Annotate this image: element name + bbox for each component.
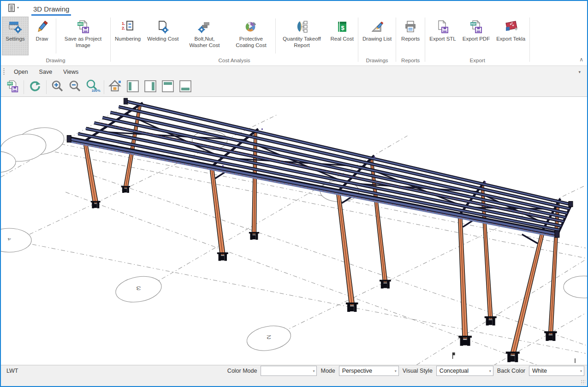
zoom-out-button[interactable]: [66, 79, 84, 95]
svg-text:$: $: [341, 24, 344, 31]
view-right-button[interactable]: [142, 79, 159, 95]
button-label: Quantity Takeoff Report: [279, 36, 324, 48]
visual-style-select[interactable]: Conceptual ▾: [436, 366, 493, 376]
tab-bar: ▾ 3D Drawing: [1, 1, 587, 16]
save-image-button[interactable]: IMG: [4, 79, 21, 95]
view-left-icon: [126, 79, 140, 95]
drawing-list-button[interactable]: Drawing List: [359, 17, 395, 55]
quantity-takeoff-report-button[interactable]: Quantity Takeoff Report: [276, 17, 327, 55]
button-label: Reports: [401, 36, 420, 42]
export-stl-button[interactable]: Export STL: [426, 17, 459, 55]
menu-save[interactable]: Save: [34, 67, 58, 77]
chevron-down-icon: ▾: [489, 369, 491, 373]
dollar-book-icon: $: [335, 18, 350, 35]
welding-gear-icon: [155, 18, 170, 35]
drawing-canvas[interactable]: 4 3 2 3: [1, 96, 587, 365]
refresh-icon: [29, 80, 42, 95]
zoom-in-button[interactable]: [49, 79, 66, 95]
chevron-down-icon: ▾: [580, 369, 582, 373]
view-toolbar: IMG 100%: [1, 78, 587, 96]
image-save-icon: IMG: [76, 18, 90, 35]
real-cost-button[interactable]: $ Real Cost: [327, 17, 357, 55]
app-menu-button[interactable]: ▾: [1, 2, 25, 16]
draw-button[interactable]: Draw: [29, 17, 55, 55]
printer-icon: [403, 18, 418, 35]
protective-coating-cost-button[interactable]: Protective Coating Cost: [227, 17, 275, 55]
color-mode-select[interactable]: ▾: [261, 366, 317, 376]
zoom-out-icon: [68, 79, 82, 95]
setsquare-pencil-icon: [370, 18, 385, 35]
status-bar-bottom: [1, 376, 587, 386]
button-label: Export Tekla: [496, 36, 525, 42]
ribbon-group-separator: [529, 18, 530, 62]
ribbon: Settings Draw IMG Save as Project Image …: [1, 16, 587, 66]
lwt-toggle[interactable]: LWT: [6, 368, 18, 374]
chevron-up-icon: ∧: [579, 56, 583, 63]
numbering-icon: 1.2.: [120, 18, 135, 35]
mode-select[interactable]: Perspective ▾: [339, 366, 399, 376]
structure-3d-view: 4 3 2 3: [1, 97, 587, 365]
group-label-cost-analysis: Cost Analysis: [112, 56, 357, 65]
bolt-nut-washer-cost-button[interactable]: Bolt,Nut, Washer Cost: [182, 17, 227, 55]
view-top-button[interactable]: [159, 79, 177, 95]
svg-text:IMG: IMG: [78, 23, 83, 25]
group-label-drawing: Drawing: [2, 56, 109, 65]
button-label: Drawing List: [362, 36, 392, 42]
group-label-export: Export: [426, 56, 529, 65]
roof-purlins: [70, 101, 571, 237]
pdf-save-icon: PDF: [469, 18, 483, 35]
app-window: ▾ 3D Drawing Settings Draw: [0, 0, 588, 387]
resize-grip[interactable]: [581, 380, 585, 384]
tab-label: 3D Drawing: [33, 5, 69, 13]
takeoff-tree-icon: [294, 18, 309, 35]
ribbon-separator: [275, 18, 276, 54]
home-view-button[interactable]: [107, 79, 124, 95]
reports-button[interactable]: Reports: [397, 17, 424, 55]
numbering-button[interactable]: 1.2. Numbering: [112, 17, 144, 55]
ribbon-separator: [56, 18, 56, 54]
toolbar-separator: [46, 80, 47, 94]
ribbon-group-drawings: Drawing List Drawings: [358, 16, 396, 65]
mode-value: Perspective: [342, 368, 372, 374]
pencil-icon: [35, 18, 49, 35]
refresh-button[interactable]: [26, 79, 44, 95]
tab-3d-drawing[interactable]: 3D Drawing: [31, 3, 71, 16]
toolbar-options-arrow[interactable]: ▾: [578, 70, 581, 74]
visual-style-label: Visual Style: [399, 368, 436, 374]
zoom-100-button[interactable]: 100%: [84, 79, 101, 95]
grid-label: 4: [7, 238, 11, 241]
welding-cost-button[interactable]: Welding Cost: [144, 17, 182, 55]
toolbar-grip-handle[interactable]: [3, 68, 5, 76]
export-pdf-button[interactable]: PDF Export PDF: [459, 17, 493, 55]
ribbon-group-drawing: Settings Draw IMG Save as Project Image …: [1, 16, 110, 65]
back-color-select[interactable]: White ▾: [529, 366, 584, 376]
group-label-drawings: Drawings: [359, 56, 395, 65]
svg-text:1.: 1.: [122, 21, 125, 26]
button-label: Welding Cost: [147, 36, 178, 42]
menu-views[interactable]: Views: [58, 67, 84, 77]
chevron-down-icon: ▾: [313, 369, 315, 373]
save-as-project-image-button[interactable]: IMG Save as Project Image: [57, 17, 109, 55]
group-label-reports: Reports: [397, 56, 424, 65]
ribbon-collapse-button[interactable]: ∧: [579, 56, 583, 63]
svg-text:IMG: IMG: [8, 82, 13, 85]
export-tekla-button[interactable]: Export Tekla: [493, 17, 529, 55]
ground-flag: [453, 352, 455, 355]
svg-text:2.: 2.: [122, 26, 125, 30]
image-save-icon: IMG: [6, 79, 19, 95]
toolbar-separator: [104, 80, 104, 94]
menubar: Open Save Views ▾: [1, 66, 587, 78]
view-right-icon: [143, 79, 157, 95]
status-bar: LWT Color Mode ▾ Mode Perspective ▾ Visu…: [1, 365, 587, 376]
color-mode-label: Color Mode: [224, 368, 261, 374]
ribbon-group-cost-analysis: 1.2. Numbering Welding Cost Bolt,Nut, Wa…: [111, 16, 358, 65]
toolbar-separator: [24, 80, 24, 94]
settings-button[interactable]: Settings: [2, 17, 29, 55]
button-label: Export PDF: [463, 36, 490, 42]
settings-icon: [8, 18, 23, 35]
view-bottom-button[interactable]: [177, 79, 194, 95]
view-top-icon: [161, 79, 175, 95]
grid-bubble-labels: 4 3 2 3: [7, 188, 341, 340]
view-left-button[interactable]: [124, 79, 142, 95]
menu-open[interactable]: Open: [8, 67, 34, 77]
